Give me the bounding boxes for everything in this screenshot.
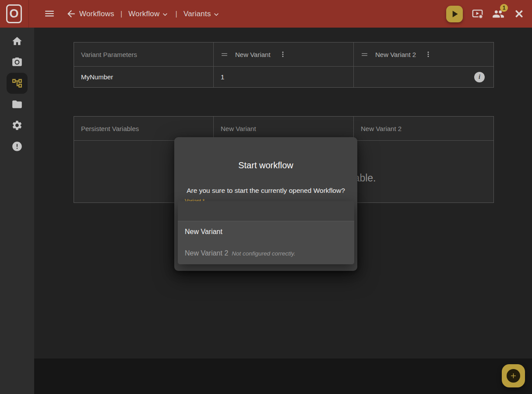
breadcrumb-workflows[interactable]: Workflows <box>79 10 114 18</box>
select-option-new-variant[interactable]: New Variant <box>178 221 354 242</box>
variant-parameters-table: Variant Parameters New Variant New Vari <box>74 42 494 88</box>
app-logo[interactable]: O <box>6 4 22 23</box>
breadcrumb-workflow: Workflow <box>128 10 159 18</box>
variant-select-menu: New Variant New Variant 2 Not configured… <box>178 201 354 264</box>
option-label: New Variant <box>185 228 222 236</box>
add-button[interactable] <box>502 364 525 387</box>
info-icon[interactable]: i <box>474 72 485 82</box>
select-option-blank[interactable] <box>178 201 354 221</box>
back-arrow-icon[interactable] <box>66 8 77 19</box>
column-label: New Variant <box>235 51 271 58</box>
breadcrumb: Workflows | Workflow | Variants <box>79 0 221 28</box>
error-icon <box>11 141 23 152</box>
left-sidebar <box>0 28 34 394</box>
top-app-bar: O Workflows | Workflow | Variants <box>0 0 532 28</box>
sidebar-item-workflows[interactable] <box>7 73 28 94</box>
chevron-down-icon-2 <box>212 10 221 19</box>
construction-tools-icon[interactable] <box>513 8 525 20</box>
variants-dropdown[interactable]: Variants <box>183 9 221 19</box>
column-header-new-variant: New Variant <box>214 117 354 140</box>
topbar-divider <box>28 0 29 28</box>
breadcrumb-separator-2: | <box>176 10 177 18</box>
column-label: New Variant <box>221 125 256 132</box>
sidebar-item-alerts[interactable] <box>7 136 28 157</box>
topbar-actions: 1 <box>446 0 525 28</box>
drag-handle-icon[interactable] <box>221 51 228 58</box>
bottom-panel <box>34 359 532 394</box>
parameter-value-cell-2[interactable]: i <box>354 67 493 87</box>
persistent-variables-title-cell: Persistent Variables <box>74 117 214 140</box>
select-option-new-variant-2[interactable]: New Variant 2 Not configured correctly. <box>178 242 354 264</box>
column-label: New Variant 2 <box>361 125 402 132</box>
breadcrumb-separator: | <box>120 10 122 18</box>
option-label: New Variant 2 <box>185 249 228 257</box>
sidebar-item-camera[interactable] <box>7 52 28 73</box>
parameter-value-cell[interactable]: 1 <box>214 67 354 87</box>
workflow-tree-icon <box>11 78 23 89</box>
dialog-title: Start workflow <box>174 160 357 170</box>
variant-parameters-title-cell: Variant Parameters <box>74 43 214 66</box>
kebab-menu-icon-2[interactable] <box>424 50 433 59</box>
sidebar-item-settings[interactable] <box>7 115 28 136</box>
table-row: MyNumber 1 i <box>74 67 493 87</box>
sidebar-item-home[interactable] <box>7 31 28 52</box>
sidebar-item-files[interactable] <box>7 94 28 115</box>
parameter-name: MyNumber <box>81 73 113 81</box>
column-header-new-variant: New Variant <box>214 43 354 66</box>
start-workflow-button[interactable] <box>446 6 463 22</box>
option-note: Not configured correctly. <box>232 250 295 257</box>
app-window: O Workflows | Workflow | Variants <box>0 0 532 394</box>
app-logo-letter: O <box>9 8 18 20</box>
drag-handle-icon-2[interactable] <box>361 51 368 58</box>
dialog-question: Are you sure to start the currently open… <box>174 187 357 195</box>
folder-icon <box>11 99 23 110</box>
parameter-value: 1 <box>221 73 224 81</box>
user-count-badge: 1 <box>500 4 508 12</box>
menu-icon[interactable] <box>44 8 55 19</box>
video-settings-icon[interactable] <box>472 8 483 20</box>
table-title: Persistent Variables <box>81 125 139 132</box>
column-header-new-variant-2: New Variant 2 <box>354 43 493 66</box>
camera-icon <box>11 57 23 68</box>
users-button[interactable]: 1 <box>492 8 504 20</box>
main-content: Variant Parameters New Variant New Vari <box>34 28 532 394</box>
parameter-name-cell: MyNumber <box>74 67 214 87</box>
workflow-dropdown[interactable]: Workflow <box>128 9 169 19</box>
home-icon <box>11 35 23 47</box>
chevron-down-icon <box>161 10 169 19</box>
variant-parameters-header-row: Variant Parameters New Variant New Vari <box>74 43 493 67</box>
breadcrumb-variants: Variants <box>183 10 211 18</box>
kebab-menu-icon[interactable] <box>278 50 287 59</box>
gear-icon <box>11 120 23 131</box>
column-label: New Variant 2 <box>375 51 416 58</box>
table-title: Variant Parameters <box>81 51 137 58</box>
column-header-new-variant-2: New Variant 2 <box>354 117 493 140</box>
plus-icon <box>507 369 520 383</box>
play-icon <box>449 8 460 20</box>
